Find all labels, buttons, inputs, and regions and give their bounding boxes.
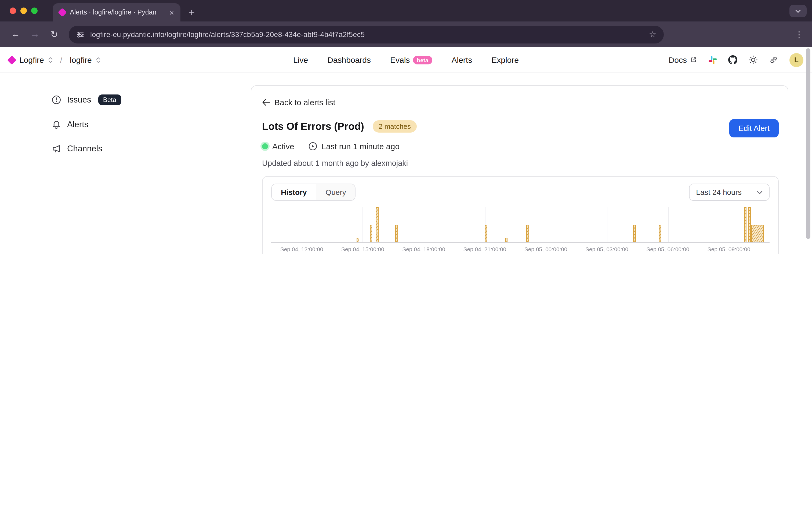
back-button[interactable]: ← (7, 26, 23, 42)
chevron-down-icon (795, 9, 801, 13)
main-nav: Live Dashboards Evals beta Alerts Explor… (293, 55, 519, 64)
browser-menu-icon[interactable]: ⋮ (794, 29, 805, 40)
forward-button[interactable]: → (27, 26, 43, 42)
history-bar (748, 207, 751, 242)
bookmark-star-icon[interactable]: ☆ (649, 30, 656, 39)
share-link-icon[interactable] (769, 55, 778, 64)
back-to-alerts-link[interactable]: Back to alerts list (262, 98, 779, 107)
history-chart: Sep 04, 12:00:00Sep 04, 15:00:00Sep 04, … (271, 207, 770, 253)
history-query-tabs: History Query (271, 183, 356, 201)
tab-favicon (58, 8, 67, 17)
external-link-icon (690, 56, 697, 63)
alert-matches-badge: 2 matches (373, 120, 417, 132)
alert-updated-text: Updated about 1 month ago by alexmojaki (262, 159, 779, 167)
x-tick-label: Sep 04, 18:00:00 (402, 246, 445, 252)
window-controls (10, 7, 38, 14)
history-bar (370, 225, 372, 242)
nav-item-alerts[interactable]: Alerts (452, 55, 472, 64)
zoom-window-button[interactable] (31, 7, 38, 14)
nav-item-explore[interactable]: Explore (491, 55, 519, 64)
x-tick-label: Sep 04, 21:00:00 (463, 246, 506, 252)
history-bar (395, 225, 398, 242)
reload-button[interactable]: ↻ (46, 26, 62, 42)
nav-item-dashboards[interactable]: Dashboards (327, 55, 371, 64)
minimize-window-button[interactable] (20, 7, 27, 14)
arrow-left-icon (262, 99, 270, 106)
sidebar-item-label: Issues (67, 95, 91, 105)
tab-search-button[interactable] (790, 5, 807, 17)
nav-item-evals[interactable]: Evals beta (390, 55, 432, 64)
header-actions: Docs L (668, 53, 803, 67)
close-window-button[interactable] (10, 7, 16, 14)
theme-toggle-sun-icon[interactable] (749, 55, 758, 64)
alert-last-run: Last run 1 minute ago (308, 142, 399, 151)
evals-beta-badge: beta (413, 56, 432, 64)
x-tick-label: Sep 05, 03:00:00 (585, 246, 628, 252)
edit-alert-button[interactable]: Edit Alert (729, 119, 779, 137)
alert-circle-icon (52, 95, 61, 105)
x-tick-label: Sep 04, 12:00:00 (280, 246, 323, 252)
history-bar (505, 238, 507, 242)
browser-toolbar: ← → ↻ logfire-eu.pydantic.info/logfire/l… (0, 21, 812, 47)
alert-status-row: Active Last run 1 minute ago (262, 142, 779, 151)
sidebar-item-label: Alerts (67, 120, 88, 129)
sidebar-item-channels[interactable]: Channels (52, 144, 251, 154)
slack-icon[interactable] (708, 56, 717, 64)
x-tick-label: Sep 05, 09:00:00 (707, 246, 750, 252)
sidebar: Issues Beta Alerts Channels (0, 73, 251, 253)
url-text[interactable]: logfire-eu.pydantic.info/logfire/logfire… (90, 30, 643, 38)
org-project-breadcrumb: Logfire / logfire (9, 55, 100, 64)
sidebar-item-issues[interactable]: Issues Beta (52, 95, 251, 105)
new-tab-button[interactable]: + (185, 5, 199, 19)
history-bar (527, 225, 529, 242)
address-bar[interactable]: logfire-eu.pydantic.info/logfire/logfire… (69, 25, 664, 43)
history-chart-axis: Sep 04, 12:00:00Sep 04, 15:00:00Sep 04, … (271, 243, 770, 253)
sidebar-item-label: Channels (67, 144, 102, 154)
docs-link[interactable]: Docs (668, 55, 697, 64)
megaphone-icon (52, 144, 61, 154)
history-bar (376, 207, 378, 242)
project-selector-icon[interactable] (96, 57, 100, 63)
chevron-down-icon (757, 190, 763, 194)
history-panel: History Query Last 24 hours Sep 04, 12:0… (262, 176, 779, 253)
active-status-dot (262, 143, 268, 149)
project-name[interactable]: logfire (70, 55, 92, 64)
tab-title: Alerts · logfire/logfire · Pydan (70, 9, 163, 16)
alert-detail-card: Back to alerts list Lots Of Errors (Prod… (251, 86, 789, 253)
org-selector-icon[interactable] (48, 57, 53, 63)
browser-tab-strip: Alerts · logfire/logfire · Pydan × + (0, 0, 812, 21)
bell-icon (52, 120, 61, 129)
scrollbar[interactable] (806, 48, 810, 239)
play-circle-icon (308, 142, 317, 151)
history-bar (744, 207, 747, 242)
page-body: Issues Beta Alerts Channels Back to aler… (0, 73, 812, 253)
history-bar (633, 225, 636, 242)
tab-close-icon[interactable]: × (167, 8, 176, 17)
user-avatar[interactable]: L (790, 53, 803, 67)
issues-beta-badge: Beta (98, 95, 121, 105)
alert-title-row: Lots Of Errors (Prod) 2 matches (262, 120, 779, 132)
org-name[interactable]: Logfire (19, 55, 44, 64)
main-content: Back to alerts list Lots Of Errors (Prod… (251, 73, 812, 253)
browser-tab[interactable]: Alerts · logfire/logfire · Pydan × (53, 3, 180, 21)
history-bar (659, 225, 661, 242)
browser-window: Alerts · logfire/logfire · Pydan × + ← →… (0, 0, 812, 253)
time-range-select[interactable]: Last 24 hours (689, 183, 770, 201)
history-bar (751, 225, 763, 242)
x-tick-label: Sep 05, 00:00:00 (525, 246, 567, 252)
x-tick-label: Sep 04, 15:00:00 (341, 246, 384, 252)
history-bar (357, 238, 359, 242)
x-tick-label: Sep 05, 06:00:00 (646, 246, 689, 252)
site-settings-icon[interactable] (76, 30, 84, 38)
history-chart-plot (271, 207, 770, 243)
nav-item-live[interactable]: Live (293, 55, 308, 64)
alert-active-status: Active (262, 142, 294, 151)
sidebar-item-alerts[interactable]: Alerts (52, 120, 251, 129)
app-header: Logfire / logfire Live Dashboards Evals … (0, 47, 812, 73)
history-bar (485, 225, 487, 242)
tab-history[interactable]: History (272, 184, 316, 200)
page-title: Lots Of Errors (Prod) (262, 120, 364, 132)
breadcrumb-separator: / (60, 55, 62, 64)
tab-query[interactable]: Query (316, 184, 355, 200)
github-icon[interactable] (728, 55, 737, 64)
